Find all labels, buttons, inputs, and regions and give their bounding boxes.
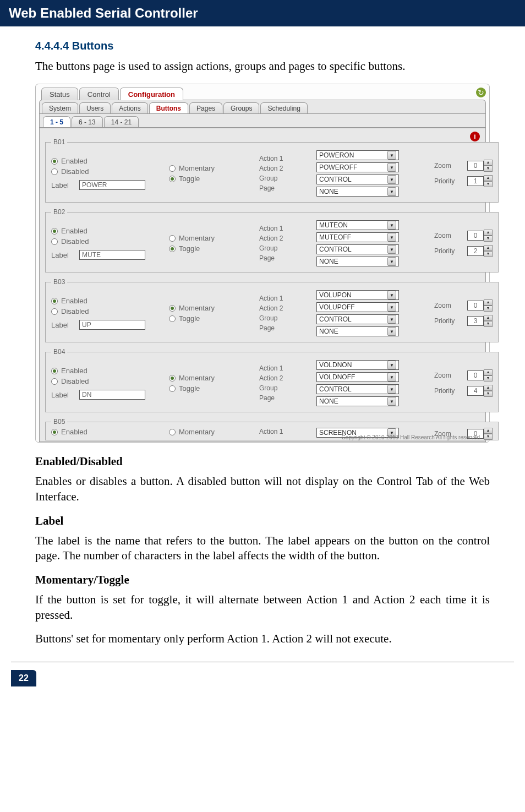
radio-icon — [169, 375, 176, 382]
b02-zoom-stepper[interactable]: 0▲▼ — [467, 230, 493, 242]
priority-label: Priority — [434, 177, 462, 185]
b01-disabled-radio[interactable]: Disabled — [51, 167, 161, 176]
chevron-down-icon: ▼ — [387, 233, 396, 242]
config-screenshot: ↻ Status Control Configuration System Us… — [35, 84, 490, 443]
momentary-label: Momentary — [179, 304, 215, 312]
b03-priority-value: 3 — [467, 316, 484, 326]
radio-icon — [169, 176, 176, 182]
b02-page-select[interactable]: NONE▼ — [316, 257, 399, 266]
b05-enabled-radio[interactable]: Enabled — [51, 428, 161, 436]
b03-momentary-radio[interactable]: Momentary — [169, 304, 251, 312]
b03-action1-select[interactable]: VOLUPON▼ — [316, 290, 399, 300]
tab-control[interactable]: Control — [79, 88, 119, 100]
tab-users[interactable]: Users — [79, 102, 111, 113]
b04-momentary-radio[interactable]: Momentary — [169, 374, 251, 382]
b01-enabled-radio[interactable]: Enabled — [51, 157, 161, 165]
stepper-up-icon: ▲ — [484, 160, 493, 166]
action2-label: Action 2 — [259, 165, 309, 172]
b04-toggle-radio[interactable]: Toggle — [169, 384, 251, 393]
b04-action2-select[interactable]: VOLDNOFF▼ — [316, 372, 399, 382]
b04-label-input[interactable]: DN — [79, 390, 145, 400]
b01-zoom-stepper[interactable]: 0▲▼ — [467, 160, 493, 172]
b02-momentary-radio[interactable]: Momentary — [169, 234, 251, 242]
tab-range-6-13[interactable]: 6 - 13 — [72, 116, 103, 127]
b01-mode-radios: Momentary Toggle — [169, 164, 251, 183]
tab-status[interactable]: Status — [41, 88, 78, 100]
tab-scheduling-label: Scheduling — [267, 105, 300, 112]
tab-actions-label: Actions — [119, 105, 140, 112]
chevron-down-icon: ▼ — [387, 327, 396, 336]
momentary-label: Momentary — [179, 234, 215, 242]
b02-zoom-value: 0 — [467, 231, 484, 241]
b03-label-input[interactable]: UP — [79, 320, 145, 330]
tab-configuration[interactable]: Configuration — [120, 88, 183, 100]
b04-priority-stepper[interactable]: 4▲▼ — [467, 385, 493, 397]
b01-label-row: Label POWER — [51, 180, 161, 190]
b01-action2-select[interactable]: POWEROFF▼ — [316, 162, 399, 172]
b04-group-select[interactable]: CONTROL▼ — [316, 384, 399, 394]
b02-group-select[interactable]: CONTROL▼ — [316, 244, 399, 254]
b04-disabled-radio[interactable]: Disabled — [51, 377, 161, 385]
chevron-down-icon: ▼ — [387, 373, 396, 382]
tab-range-14-21[interactable]: 14 - 21 — [104, 116, 139, 127]
b02-action1-select[interactable]: MUTEON▼ — [316, 220, 399, 230]
tab-system[interactable]: System — [42, 102, 78, 113]
radio-icon — [51, 228, 58, 235]
b03-group-select[interactable]: CONTROL▼ — [316, 314, 399, 324]
tab-groups[interactable]: Groups — [223, 102, 259, 113]
b04-page-select[interactable]: NONE▼ — [316, 396, 399, 406]
stepper-down-icon: ▼ — [484, 181, 493, 187]
b01-action1-select[interactable]: POWERON▼ — [316, 150, 399, 160]
b03-priority-stepper[interactable]: 3▲▼ — [467, 315, 493, 327]
b02-disabled-radio[interactable]: Disabled — [51, 237, 161, 246]
b03-toggle-radio[interactable]: Toggle — [169, 314, 251, 323]
action1-label: Action 1 — [259, 225, 309, 232]
b01-momentary-radio[interactable]: Momentary — [169, 164, 251, 172]
tab-pages[interactable]: Pages — [189, 102, 222, 113]
tab-status-label: Status — [50, 90, 70, 99]
radio-icon — [169, 165, 176, 172]
chevron-down-icon: ▼ — [387, 187, 396, 196]
b03-group-value: CONTROL — [319, 315, 352, 323]
b05-momentary-radio[interactable]: Momentary — [169, 428, 251, 436]
b03-disabled-radio[interactable]: Disabled — [51, 307, 161, 315]
tab-range-1-5[interactable]: 1 - 5 — [43, 116, 70, 127]
chevron-down-icon: ▼ — [387, 163, 396, 172]
page-range-tabs: 1 - 5 6 - 13 14 - 21 — [39, 113, 486, 128]
b01-group-select[interactable]: CONTROL▼ — [316, 175, 399, 184]
b02-enabled-radio[interactable]: Enabled — [51, 227, 161, 235]
b03-action2-select[interactable]: VOLUPOFF▼ — [316, 302, 399, 312]
footer-rule — [11, 662, 514, 662]
b02-page-value: NONE — [319, 258, 338, 265]
page-header: Web Enabled Serial Controller — [0, 0, 525, 26]
b02-priority-stepper[interactable]: 2▲▼ — [467, 245, 493, 257]
label-paragraph: The label is the name that refers to the… — [35, 533, 490, 564]
stepper-down-icon: ▼ — [484, 166, 493, 172]
b01-priority-stepper[interactable]: 1▲▼ — [467, 175, 493, 187]
stepper-up-icon: ▲ — [484, 369, 493, 375]
toggle-paragraph-1: If the button is set for toggle, it will… — [35, 592, 490, 623]
b02-toggle-radio[interactable]: Toggle — [169, 244, 251, 253]
b02-label-input[interactable]: MUTE — [79, 250, 145, 260]
b03-action1-value: VOLUPON — [319, 291, 352, 299]
b03-page-select[interactable]: NONE▼ — [316, 326, 399, 336]
label-label: Label — [51, 251, 69, 259]
radio-icon — [51, 368, 58, 374]
enabled-label: Enabled — [61, 297, 88, 305]
b01-toggle-radio[interactable]: Toggle — [169, 175, 251, 183]
b04-enabled-radio[interactable]: Enabled — [51, 367, 161, 375]
b04-zoom-stepper[interactable]: 0▲▼ — [467, 369, 493, 382]
b03-enabled-radio[interactable]: Enabled — [51, 297, 161, 305]
b01-page-select[interactable]: NONE▼ — [316, 187, 399, 197]
buttons-config-panel: i B01 Enabled Disabled Label POWER Momen… — [39, 128, 486, 442]
b03-zoom-stepper[interactable]: 0▲▼ — [467, 299, 493, 312]
group-label: Group — [259, 175, 309, 182]
tab-buttons[interactable]: Buttons — [149, 102, 188, 113]
b04-action1-select[interactable]: VOLDNON▼ — [316, 360, 399, 370]
copyright-text: Copyright © 2010-2013 Hall Research All … — [342, 434, 480, 440]
tab-actions[interactable]: Actions — [112, 102, 147, 113]
tab-scheduling[interactable]: Scheduling — [260, 102, 307, 113]
group-b03: B03 Enabled Disabled Label UP Momentary … — [45, 278, 499, 342]
b02-action2-select[interactable]: MUTEOFF▼ — [316, 232, 399, 242]
b01-label-input[interactable]: POWER — [79, 180, 145, 190]
